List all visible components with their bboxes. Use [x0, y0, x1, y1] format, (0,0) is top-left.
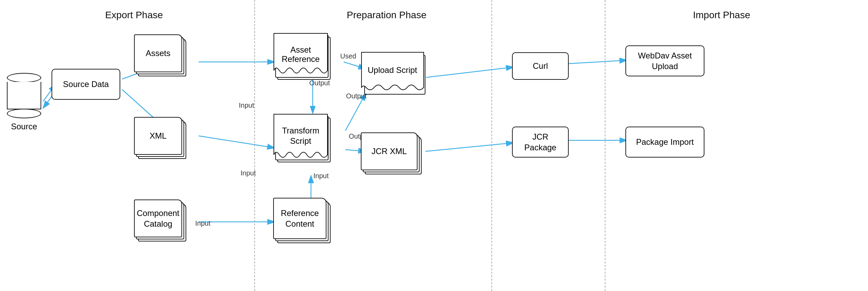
reference-content-node: Reference Content — [273, 198, 335, 246]
source-node: Source — [7, 72, 41, 131]
input-ref2-label: Input — [313, 172, 329, 180]
diagram: Export Phase Preparation Phase Import Ph… — [0, 0, 868, 291]
cylinder-bottom — [7, 109, 41, 118]
cylinder-body — [7, 82, 41, 109]
output-asset-label: Output — [309, 79, 330, 87]
curl-node: Curl — [512, 52, 569, 80]
svg-text:Asset: Asset — [290, 45, 311, 54]
assets-label: Assets — [146, 48, 170, 58]
component-catalog-label: Component Catalog — [135, 208, 181, 229]
import-phase-label: Import Phase — [612, 10, 832, 21]
asset-reference-node: Asset Reference — [273, 33, 335, 81]
preparation-phase-label: Preparation Phase — [258, 10, 515, 21]
svg-text:Upload Script: Upload Script — [368, 65, 417, 75]
export-phase-label: Export Phase — [52, 10, 216, 21]
input-comp-label: Input — [195, 219, 210, 227]
cylinder-top — [7, 73, 41, 83]
arrows-svg — [0, 0, 868, 291]
jcr-package-label: JCR Package — [518, 131, 563, 153]
svg-text:Reference: Reference — [282, 54, 320, 64]
upload-script-node: Upload Script — [361, 52, 430, 96]
xml-node: XML — [134, 117, 189, 162]
svg-text:Transform: Transform — [282, 126, 319, 135]
divider-3 — [605, 0, 605, 291]
divider-1 — [254, 0, 255, 291]
svg-line-14 — [426, 67, 514, 77]
source-label: Source — [11, 122, 37, 131]
package-import-node: Package Import — [625, 127, 704, 158]
svg-line-16 — [569, 60, 627, 64]
used-label: Used — [340, 52, 356, 60]
input-xml-label: Input — [239, 101, 254, 109]
svg-text:Script: Script — [290, 136, 311, 146]
package-import-label: Package Import — [636, 137, 694, 147]
jcr-xml-label: JCR XML — [371, 147, 407, 156]
assets-node: Assets — [134, 34, 189, 79]
jcr-package-node: JCR Package — [512, 127, 569, 158]
xml-label: XML — [149, 131, 166, 141]
curl-label: Curl — [533, 61, 548, 71]
component-catalog-node: Component Catalog — [134, 200, 189, 244]
source-data-label: Source Data — [63, 79, 109, 89]
svg-line-7 — [199, 136, 275, 148]
input-ref-label: Input — [241, 169, 256, 177]
source-data-node: Source Data — [52, 69, 120, 100]
webdav-node: WebDav Asset Upload — [625, 45, 704, 76]
webdav-label: WebDav Asset Upload — [632, 50, 698, 72]
jcr-xml-node: JCR XML — [361, 132, 426, 177]
svg-line-15 — [425, 143, 514, 151]
divider-2 — [491, 0, 492, 291]
transform-script-node: Transform Script — [273, 114, 335, 165]
reference-content-label: Reference Content — [274, 208, 326, 229]
